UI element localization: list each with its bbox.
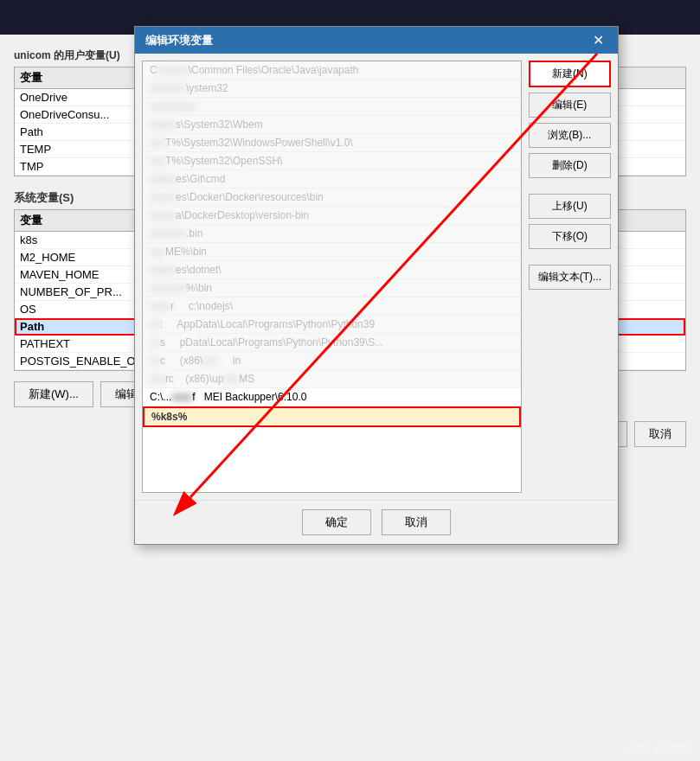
dialog-title: 编辑环境变量 [145,33,213,48]
path-item[interactable]: xxxT%\System32\OpenSSH\ [143,152,521,170]
path-item[interactable]: xx: AppData\Local\Programs\Python\Python… [143,316,521,334]
edit-path-button[interactable]: 编辑(E) [529,93,611,118]
path-list[interactable]: Cxxxxxx\Common Files\Oracle\Java\javapat… [142,61,522,493]
path-item[interactable]: xxxxxs\System32\Wbem [143,116,521,134]
dialog-body: Cxxxxxx\Common Files\Oracle\Java\javapat… [135,54,618,500]
env-cancel-button[interactable]: 取消 [634,421,686,447]
path-item[interactable]: C:\...xxxxf MEI Backupper\6.10.0 [143,388,521,406]
dialog-side-buttons: 新建(N) 编辑(E) 浏览(B)... 删除(D) 上移(U) 下移(O) 编… [529,61,611,493]
dialog-titlebar: 编辑环境变量 ✕ [135,27,618,54]
move-down-button[interactable]: 下移(O) [529,224,611,249]
edit-env-dialog: 编辑环境变量 ✕ Cxxxxxx\Common Files\Oracle\Jav… [134,26,619,545]
path-item[interactable]: xxc (x86\vvv in [143,352,521,370]
dialog-cancel-button[interactable]: 取消 [382,509,451,535]
edit-text-button[interactable]: 编辑文本(T)... [529,265,611,290]
path-item[interactable]: xxxxxes\Docker\Docker\resources\bin [143,189,521,207]
path-item[interactable]: xxxT%\System32\WindowsPowerShell\v1.0\ [143,134,521,152]
path-item[interactable]: Cxxxxxx\Common Files\Oracle\Java\javapat… [143,61,521,80]
path-item[interactable]: xxxxxes\Git\cmd [143,170,521,189]
path-item[interactable]: xxxrc (x86)\upxxxMS [143,370,521,388]
path-item-k8s[interactable]: %k8s% [143,406,521,427]
path-item[interactable]: xxxxr c:\nodejs\ [143,297,521,316]
new-path-button[interactable]: 新建(N) [529,61,611,87]
path-item[interactable]: xxxxxxx.bin [143,225,521,243]
watermark: CSDN @T.OPEN [626,745,693,754]
dialog-footer: 确定 取消 [135,500,618,544]
new-sys-var-button[interactable]: 新建(W)... [14,381,93,407]
move-up-button[interactable]: 上移(U) [529,194,611,219]
dialog-ok-button[interactable]: 确定 [302,509,371,535]
path-item[interactable]: xxxxxes\dotnet\ [143,261,521,279]
browse-path-button[interactable]: 浏览(B)... [529,123,611,148]
path-item[interactable]: xxs pData\Local\Programs\Python\Python39… [143,334,521,352]
path-item[interactable]: xxxxxxx\ystem32 [143,80,521,98]
path-item[interactable]: xxxME%\bin [143,243,521,261]
delete-path-button[interactable]: 删除(D) [529,153,611,178]
path-item[interactable]: xxxxxxxxx [143,98,521,116]
path-item[interactable]: xxxxxa\DockerDesktop\version-bin [143,207,521,225]
dialog-close-button[interactable]: ✕ [589,32,607,48]
path-item[interactable]: xxxxxxx%\bin [143,279,521,297]
